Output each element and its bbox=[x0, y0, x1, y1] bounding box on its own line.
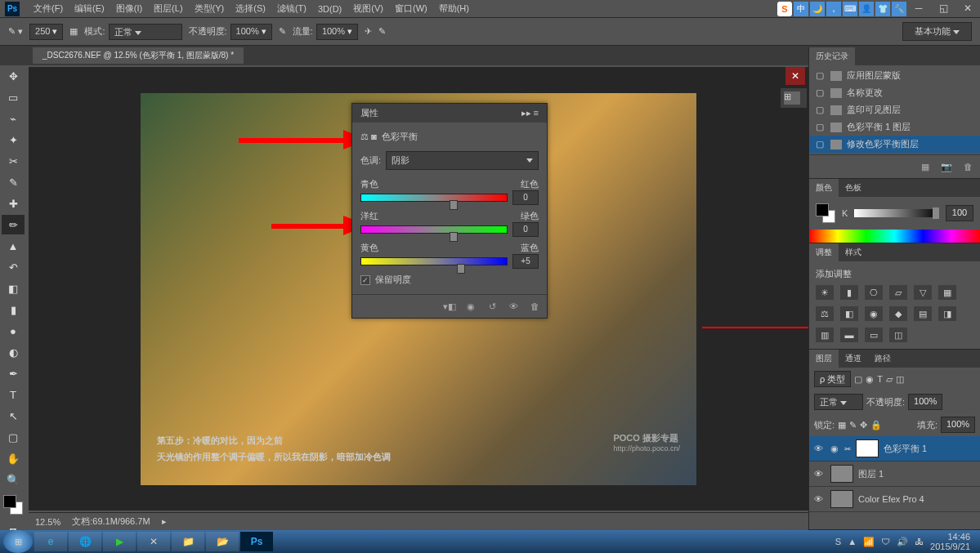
eyedropper-tool[interactable]: ✎ bbox=[2, 172, 25, 192]
menu-file[interactable]: 文件(F) bbox=[28, 2, 69, 15]
lookup-icon[interactable]: ▤ bbox=[914, 306, 932, 321]
start-button[interactable]: ⊞ bbox=[3, 530, 33, 553]
properties-tab[interactable]: 属性 bbox=[360, 107, 378, 119]
menu-layer[interactable]: 图层(L) bbox=[148, 2, 188, 15]
history-item[interactable]: ▢名称更改 bbox=[809, 84, 980, 101]
airbrush-icon[interactable]: ✈ bbox=[365, 26, 372, 37]
tray-flag-icon[interactable]: ▲ bbox=[848, 537, 857, 546]
filter-smart-icon[interactable]: ◫ bbox=[896, 374, 904, 385]
layer-name[interactable]: Color Efex Pro 4 bbox=[858, 494, 924, 504]
filter-adj-icon[interactable]: ◉ bbox=[866, 374, 874, 385]
layer-name[interactable]: 色彩平衡 1 bbox=[884, 443, 927, 455]
tone-select[interactable]: 阴影 bbox=[386, 151, 539, 170]
bw-icon[interactable]: ◧ bbox=[840, 306, 858, 321]
selective-icon[interactable]: ◫ bbox=[889, 328, 907, 342]
slider-1[interactable] bbox=[360, 225, 508, 234]
menu-edit[interactable]: 编辑(E) bbox=[69, 2, 110, 15]
stamp-tool[interactable]: ▲ bbox=[2, 236, 25, 256]
menu-image[interactable]: 图像(I) bbox=[110, 2, 148, 15]
tray-net-icon[interactable]: 🖧 bbox=[915, 537, 924, 546]
k-value[interactable]: 100 bbox=[946, 205, 973, 221]
ime-punct-icon[interactable]: ， bbox=[826, 2, 841, 16]
menu-filter[interactable]: 滤镜(T) bbox=[271, 2, 312, 15]
history-item[interactable]: ▢修改色彩平衡图层 bbox=[809, 136, 980, 153]
layer-visibility-icon[interactable]: 👁 bbox=[814, 469, 826, 479]
layer-opacity[interactable]: 100% bbox=[908, 394, 942, 410]
styles-tab[interactable]: 样式 bbox=[839, 243, 868, 261]
lock-paint-icon[interactable]: ✎ bbox=[849, 420, 857, 430]
window-restore[interactable]: ◱ bbox=[931, 0, 955, 16]
wand-tool[interactable]: ✦ bbox=[2, 130, 25, 149]
tray-sogou-icon[interactable]: S bbox=[835, 537, 841, 546]
history-item[interactable]: ▢应用图层蒙版 bbox=[809, 67, 980, 84]
visibility-icon[interactable]: 👁 bbox=[506, 300, 521, 313]
pressure-size-icon[interactable]: ✎ bbox=[378, 26, 386, 37]
slider-2[interactable] bbox=[360, 257, 508, 265]
color-swatch[interactable] bbox=[3, 495, 23, 515]
threshold-icon[interactable]: ▬ bbox=[840, 328, 858, 342]
type-tool[interactable]: T bbox=[2, 385, 25, 404]
menu-view[interactable]: 视图(V) bbox=[347, 2, 389, 15]
layer-filter[interactable]: ρ 类型 bbox=[814, 371, 851, 387]
brush-panel-icon[interactable]: ▦ bbox=[69, 26, 78, 37]
photo-filter-icon[interactable]: ◉ bbox=[865, 306, 883, 321]
healing-tool[interactable]: ✚ bbox=[2, 194, 25, 213]
gradient-tool[interactable]: ▮ bbox=[2, 300, 25, 319]
gradient-map-icon[interactable]: ▭ bbox=[865, 328, 883, 342]
layer-thumb[interactable] bbox=[830, 490, 853, 508]
menu-select[interactable]: 选择(S) bbox=[230, 2, 271, 15]
new-snapshot-icon[interactable]: ▦ bbox=[918, 160, 933, 173]
reset-icon[interactable]: ↺ bbox=[485, 300, 499, 313]
player-icon[interactable]: ▶ bbox=[103, 532, 136, 551]
history-item[interactable]: ▢色彩平衡 1 图层 bbox=[809, 118, 980, 136]
history-item[interactable]: ▢盖印可见图层 bbox=[809, 101, 980, 118]
color-tab[interactable]: 颜色 bbox=[809, 179, 839, 197]
opacity-input[interactable]: 100% ▾ bbox=[230, 24, 272, 40]
dodge-tool[interactable]: ◐ bbox=[2, 342, 25, 362]
mixer-icon[interactable]: ◆ bbox=[889, 306, 907, 321]
slider-value-2[interactable]: +5 bbox=[512, 254, 539, 269]
brush-tool[interactable]: ✏ bbox=[2, 215, 25, 234]
vibrance-icon[interactable]: ▽ bbox=[914, 285, 932, 300]
ime-tool-icon[interactable]: 🔧 bbox=[892, 2, 906, 16]
filter-type-icon[interactable]: T bbox=[877, 374, 883, 384]
ime-keyboard-icon[interactable]: ⌨ bbox=[843, 2, 857, 16]
tray-sound-icon[interactable]: 🔊 bbox=[897, 537, 908, 547]
collapsed-panel-strip[interactable]: ⊞ bbox=[781, 88, 807, 108]
ime-moon-icon[interactable]: 🌙 bbox=[810, 2, 825, 16]
layer-name[interactable]: 图层 1 bbox=[858, 468, 884, 480]
ps-taskbar-icon[interactable]: Ps bbox=[240, 532, 273, 551]
exposure-icon[interactable]: ▱ bbox=[889, 285, 907, 300]
view-previous-icon[interactable]: ◉ bbox=[463, 300, 478, 313]
panel-menu-icon[interactable]: ▸▸ ≡ bbox=[521, 108, 539, 118]
menu-help[interactable]: 帮助(H) bbox=[433, 2, 475, 15]
ime-skin-icon[interactable]: 👕 bbox=[875, 2, 890, 16]
shape-tool[interactable]: ▢ bbox=[2, 427, 25, 447]
layer-mask-thumb[interactable] bbox=[856, 439, 879, 457]
brush-size[interactable]: 250 ▾ bbox=[29, 24, 63, 40]
close-doc-group[interactable]: ✕ bbox=[785, 67, 805, 85]
balance-icon[interactable]: ⚖ bbox=[816, 306, 834, 321]
preserve-luminosity-checkbox[interactable]: ✓ 保留明度 bbox=[360, 274, 539, 286]
lasso-tool[interactable]: ⌁ bbox=[2, 109, 25, 128]
window-minimize[interactable]: ─ bbox=[906, 0, 931, 16]
workspace-switcher[interactable]: 基本功能 bbox=[902, 22, 972, 41]
filter-shape-icon[interactable]: ▱ bbox=[886, 374, 893, 385]
pen-tool[interactable]: ✒ bbox=[2, 363, 25, 383]
tray-date[interactable]: 2015/9/21 bbox=[930, 542, 970, 551]
browser-icon[interactable]: 🌐 bbox=[69, 532, 101, 551]
slider-value-0[interactable]: 0 bbox=[512, 190, 539, 205]
layer-item[interactable]: 👁图层 1 bbox=[809, 462, 980, 487]
layer-item[interactable]: 👁Color Efex Pro 4 bbox=[809, 487, 980, 512]
ime-user-icon[interactable]: 👤 bbox=[859, 2, 874, 16]
channels-tab[interactable]: 通道 bbox=[839, 350, 868, 368]
lock-pos-icon[interactable]: ✥ bbox=[860, 420, 867, 430]
posterize-icon[interactable]: ▥ bbox=[816, 328, 834, 342]
invert-icon[interactable]: ◨ bbox=[938, 306, 956, 321]
history-brush-tool[interactable]: ↶ bbox=[2, 257, 25, 277]
hand-tool[interactable]: ✋ bbox=[2, 448, 25, 468]
layer-fill[interactable]: 100% bbox=[941, 417, 975, 433]
layer-item[interactable]: 👁◉⫘色彩平衡 1 bbox=[809, 436, 980, 462]
folder-icon[interactable]: 📂 bbox=[206, 532, 239, 551]
layer-blend[interactable]: 正常 bbox=[814, 394, 863, 410]
